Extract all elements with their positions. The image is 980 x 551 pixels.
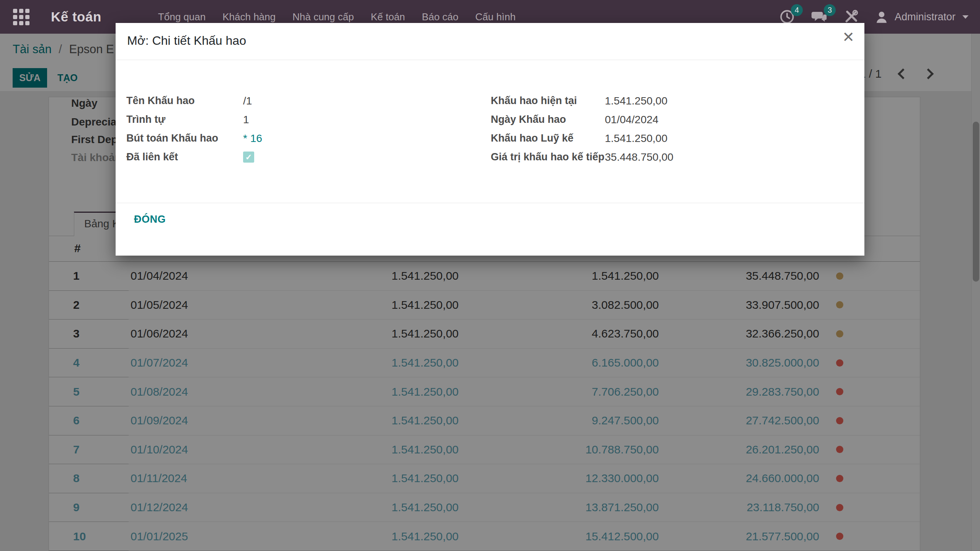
modal-fields-left: Tên Khấu hao /1 Trình tự 1 Bút toán Khấu… <box>126 91 482 166</box>
menu-item-cấu-hình[interactable]: Cấu hình <box>475 11 516 23</box>
field-label: Khấu hao hiện tại <box>491 95 605 107</box>
modal-field-row: Khấu hao hiện tại 1.541.250,00 <box>491 91 835 110</box>
main-menu: Tổng quanKhách hàngNhà cung cấpKế toánBá… <box>158 11 516 23</box>
modal-footer: ĐÓNG <box>116 203 864 256</box>
modal-header: Mở: Chi tiết Khấu hao ✕ <box>116 23 864 60</box>
menu-item-báo-cáo[interactable]: Báo cáo <box>422 11 458 23</box>
modal-field-row: Giá trị khấu hao kế tiếp 35.448.750,00 <box>491 148 835 166</box>
field-value: 01/04/2024 <box>605 114 658 126</box>
field-label: Tên Khấu hao <box>126 95 243 107</box>
menu-item-nhà-cung-cấp[interactable]: Nhà cung cấp <box>292 11 354 23</box>
modal-title: Mở: Chi tiết Khấu hao <box>127 34 246 48</box>
field-value: 1.541.250,00 <box>605 95 668 107</box>
navbar-right: 4 3 Administrator <box>779 9 969 25</box>
field-label: Trình tự <box>126 114 243 126</box>
field-label: Ngày Khấu hao <box>491 114 605 126</box>
chevron-down-icon <box>962 15 969 19</box>
close-icon[interactable]: ✕ <box>842 30 854 44</box>
linked-checkbox[interactable]: ✓ <box>243 152 254 163</box>
modal-field-row: Ngày Khấu hao 01/04/2024 <box>491 110 835 129</box>
menu-item-tổng-quan[interactable]: Tổng quan <box>158 11 206 23</box>
messages-button[interactable]: 3 <box>810 9 828 25</box>
field-value: 1.541.250,00 <box>605 132 668 145</box>
message-badge: 3 <box>824 4 836 16</box>
developer-tools-button[interactable] <box>843 9 859 24</box>
field-value: 1 <box>243 114 249 126</box>
modal-fields-right: Khấu hao hiện tại 1.541.250,00 Ngày Khấu… <box>491 91 835 166</box>
app-title: Kế toán <box>51 9 101 24</box>
modal-field-row: Bút toán Khấu hao * 16 <box>126 129 482 148</box>
activity-badge: 4 <box>791 4 803 16</box>
field-label: Đã liên kết <box>126 151 243 163</box>
tools-icon <box>843 9 859 24</box>
field-label: Giá trị khấu hao kế tiếp <box>491 151 605 163</box>
apps-grid-icon[interactable] <box>13 9 29 25</box>
user-menu[interactable]: Administrator <box>874 9 969 24</box>
modal-field-row: Đã liên kết ✓ <box>126 148 482 166</box>
avatar-icon <box>874 9 889 24</box>
field-label: Khấu hao Luỹ kế <box>491 132 605 144</box>
modal-field-row: Tên Khấu hao /1 <box>126 91 482 110</box>
field-value: /1 <box>243 95 252 107</box>
user-name: Administrator <box>895 11 956 23</box>
journal-entry-link[interactable]: * 16 <box>243 132 262 145</box>
modal-field-row: Trình tự 1 <box>126 110 482 129</box>
field-value: 35.448.750,00 <box>605 151 673 163</box>
menu-item-khách-hàng[interactable]: Khách hàng <box>222 11 276 23</box>
close-button[interactable]: ĐÓNG <box>134 214 166 225</box>
activities-button[interactable]: 4 <box>779 9 795 25</box>
depreciation-detail-modal: Mở: Chi tiết Khấu hao ✕ Tên Khấu hao /1 … <box>116 23 864 256</box>
modal-field-row: Khấu hao Luỹ kế 1.541.250,00 <box>491 129 835 148</box>
field-label: Bút toán Khấu hao <box>126 132 243 144</box>
menu-item-kế-toán[interactable]: Kế toán <box>371 11 405 23</box>
